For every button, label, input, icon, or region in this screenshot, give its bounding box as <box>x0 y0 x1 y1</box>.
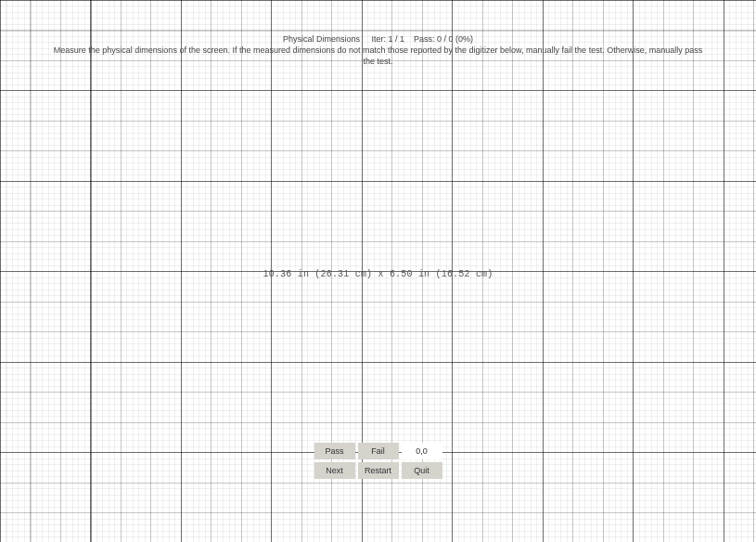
pass-label: Pass: <box>414 34 435 44</box>
test-header: Physical Dimensions Iter: 1 / 1 Pass: 0 … <box>0 33 756 67</box>
restart-button[interactable]: Restart <box>358 462 399 479</box>
button-bar: Pass Fail 0,0 Next Restart Quit <box>314 443 442 479</box>
test-stage: Physical Dimensions Iter: 1 / 1 Pass: 0 … <box>0 0 756 542</box>
spacer2 <box>407 34 412 44</box>
pass-value: 0 / 0 (0%) <box>437 34 473 44</box>
fail-button[interactable]: Fail <box>358 443 399 459</box>
spacer <box>362 34 369 44</box>
pass-button[interactable]: Pass <box>314 443 355 459</box>
reported-dimensions: 10.36 in (26.31 cm) x 6.50 in (16.52 cm) <box>0 269 756 279</box>
iter-label: Iter: <box>371 34 386 44</box>
quit-button[interactable]: Quit <box>402 462 442 479</box>
button-row-2: Next Restart Quit <box>314 462 442 479</box>
button-row-1: Pass Fail 0,0 <box>314 443 442 459</box>
title-line: Physical Dimensions Iter: 1 / 1 Pass: 0 … <box>0 33 756 45</box>
next-button[interactable]: Next <box>314 462 355 479</box>
instructions-text: Measure the physical dimensions of the s… <box>54 45 703 67</box>
coordinate-readout: 0,0 <box>402 443 442 459</box>
iter-value: 1 / 1 <box>389 34 405 44</box>
title-text: Physical Dimensions <box>283 34 360 44</box>
